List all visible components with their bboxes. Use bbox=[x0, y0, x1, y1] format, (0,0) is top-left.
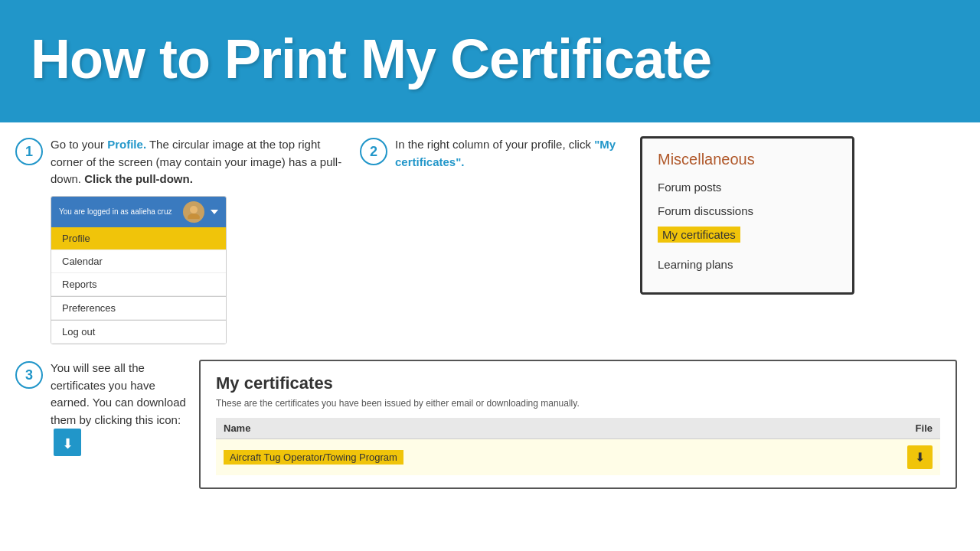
menu-item-logout[interactable]: Log out bbox=[51, 320, 226, 344]
col-name-header: Name bbox=[224, 422, 250, 434]
steps-row-1: 1 Go to your Profile. The circular image… bbox=[0, 122, 980, 360]
step-2-content: In the right column of your profile, cli… bbox=[395, 136, 625, 178]
step-2: 2 In the right column of your profile, c… bbox=[360, 136, 625, 178]
logged-in-text: You are logged in as aalieha cruz bbox=[59, 207, 172, 216]
dropdown-menu: Profile Calendar Reports Preferences Log… bbox=[51, 227, 226, 344]
svg-point-1 bbox=[188, 214, 200, 219]
avatar-area[interactable] bbox=[183, 201, 218, 223]
step-3-text: You will see all the certificates you ha… bbox=[51, 361, 186, 426]
dropdown-arrow-icon bbox=[211, 210, 218, 214]
page-header: How to Print My Certificate bbox=[0, 0, 980, 122]
certs-subtitle: These are the certificates you have been… bbox=[216, 398, 940, 409]
step-2-area: 2 In the right column of your profile, c… bbox=[360, 136, 957, 352]
my-certificates-panel-link[interactable]: My certificates bbox=[658, 227, 740, 243]
step-1-bold: Click the pull-down. bbox=[84, 172, 193, 185]
learning-plans-link[interactable]: Learning plans bbox=[658, 256, 837, 272]
step-1: 1 Go to your Profile. The circular image… bbox=[15, 136, 352, 352]
forum-discussions-link[interactable]: Forum discussions bbox=[658, 203, 837, 219]
download-icon-example: ⬇ bbox=[54, 429, 81, 456]
step-2-text: In the right column of your profile, cli… bbox=[395, 136, 625, 171]
misc-title: Miscellaneous bbox=[658, 151, 837, 168]
menu-item-preferences[interactable]: Preferences bbox=[51, 296, 226, 320]
step-1-text: Go to your Profile. The circular image a… bbox=[51, 136, 352, 188]
svg-point-0 bbox=[190, 206, 198, 214]
step-1-number: 1 bbox=[15, 138, 43, 165]
misc-panel: Miscellaneous Forum posts Forum discussi… bbox=[640, 136, 854, 295]
certs-title: My certificates bbox=[216, 373, 940, 393]
certificates-table: My certificates These are the certificat… bbox=[199, 360, 957, 489]
step-3-number: 3 bbox=[15, 361, 43, 389]
profile-link[interactable]: Profile. bbox=[107, 138, 146, 151]
step-3-wrapper: 3 You will see all the certificates you … bbox=[15, 360, 184, 456]
misc-title-text: Miscellaneous bbox=[658, 151, 755, 168]
screenshot-header: You are logged in as aalieha cruz bbox=[51, 197, 226, 227]
table-row: Aircraft Tug Operator/Towing Program ⬇ bbox=[216, 439, 940, 475]
download-button[interactable]: ⬇ bbox=[907, 445, 933, 469]
steps-row-2: 3 You will see all the certificates you … bbox=[0, 360, 980, 497]
cert-name: Aircraft Tug Operator/Towing Program bbox=[224, 450, 403, 465]
download-arrow-icon: ⬇ bbox=[915, 450, 925, 465]
main-content: 1 Go to your Profile. The circular image… bbox=[0, 122, 980, 497]
step-2-text-before: In the right column of your profile, cli… bbox=[395, 138, 594, 151]
table-header: Name File bbox=[216, 418, 940, 439]
col-file-header: File bbox=[916, 422, 933, 434]
avatar bbox=[183, 201, 204, 223]
step-1-text-before: Go to your bbox=[51, 138, 107, 151]
page-title: How to Print My Certificate bbox=[31, 29, 711, 90]
forum-posts-link[interactable]: Forum posts bbox=[658, 179, 837, 195]
step-1-content: Go to your Profile. The circular image a… bbox=[51, 136, 352, 344]
step-3-content: You will see all the certificates you ha… bbox=[51, 360, 188, 456]
menu-item-reports[interactable]: Reports bbox=[51, 273, 226, 296]
menu-item-profile[interactable]: Profile bbox=[51, 227, 226, 250]
screenshot-mockup: You are logged in as aalieha cruz Profil… bbox=[51, 196, 227, 344]
menu-item-calendar[interactable]: Calendar bbox=[51, 250, 226, 273]
step-2-number: 2 bbox=[360, 138, 387, 165]
